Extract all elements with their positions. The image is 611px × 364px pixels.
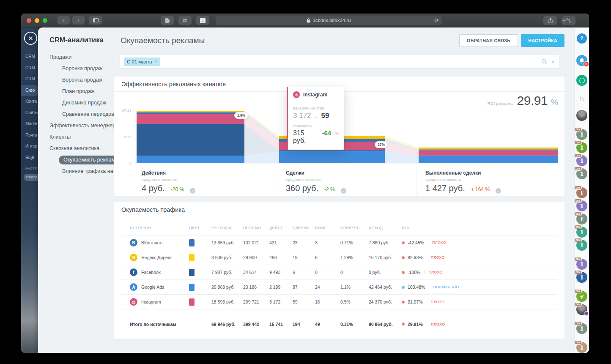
address-bar[interactable]: 1cbitrix.bitrix24.ru ⟳ (216, 16, 442, 25)
table-row-google-ads[interactable]: AGoogle Ads20 868 руб.23 1862 18987241.1… (121, 279, 558, 294)
lock-icon (307, 18, 310, 23)
avatar-glyph: 1 (580, 326, 584, 332)
chat-avatar-7[interactable]: fCRM (576, 213, 587, 224)
notifications-button[interactable]: 8 (576, 55, 587, 66)
column-header-6[interactable]: ВЫИГ... (315, 226, 340, 230)
chat-avatar-14[interactable]: 1CRM (576, 323, 587, 334)
chat-avatar-4[interactable]: 1CRM (576, 168, 587, 179)
sidebar-item-клиенты[interactable]: Клиенты (49, 131, 114, 143)
telegram-chat-avatar[interactable]: ➤CRM (576, 291, 587, 302)
sidebar-item-эффективность-менеджер-[interactable]: Эффективность менеджер... (49, 120, 114, 131)
column-header-5[interactable]: СДЕЛКИ (293, 226, 315, 230)
column-header-1[interactable]: ЦВЕТ (189, 226, 211, 230)
chat-avatar-3[interactable]: 1CRM (576, 155, 587, 166)
date-filter-chip[interactable]: С 01 марта × (124, 57, 160, 66)
chat-avatar-15[interactable]: 1CRM (576, 342, 587, 353)
funnel-segment-google-ads[interactable] (137, 156, 244, 163)
filter-bar[interactable]: С 01 марта × × (120, 55, 559, 68)
pocket-extension-button[interactable]: ⌄ (196, 16, 209, 25)
chat-avatar-9[interactable]: 1CRM (576, 240, 587, 251)
chat-avatar-10[interactable]: 1CRM (576, 259, 587, 270)
invite-button[interactable]: ПРИГЛ (24, 174, 38, 181)
funnel-segment-google-ads[interactable] (419, 156, 558, 163)
column-header-4[interactable]: ДЕЙСТ... (269, 226, 293, 230)
sidebar-item-сквозная-аналитика[interactable]: Сквозная аналитика (49, 143, 114, 154)
funnel-segment-instagram[interactable] (137, 114, 244, 124)
new-tab-button[interactable]: + (562, 16, 567, 26)
column-header-7[interactable]: КОНВЕРС... (340, 226, 369, 230)
sidebar-item-воронка-продаж[interactable]: Воронка продаж (49, 74, 114, 86)
chat-avatar-11[interactable]: 1CRM (576, 272, 587, 283)
main-nav-item-4[interactable]: Конта (21, 96, 38, 107)
table-row-вконтакте[interactable]: ВВКонтакте13 659 руб.102 0214212330.71%7… (121, 235, 558, 250)
funnel-segment-вконтакте[interactable] (137, 112, 244, 114)
funnel-segment-instagram[interactable] (419, 151, 558, 156)
main-nav-item-2[interactable]: CRM (21, 74, 38, 85)
sidebar-toggle-button[interactable] (89, 16, 102, 25)
main-nav-item-1[interactable]: CRM (21, 63, 38, 74)
roi-value: 82.93% (408, 255, 423, 260)
main-nav-item-3[interactable]: Скво (21, 85, 38, 96)
help-button[interactable]: ? (577, 33, 587, 44)
source-name: Яндекс.Директ (141, 255, 172, 260)
user-avatar[interactable]: CRM (576, 304, 587, 315)
sidebar-item-план-продаж[interactable]: План продаж (49, 86, 114, 97)
column-header-2[interactable]: РАСХОДЫ (211, 226, 243, 230)
avatar-glyph: f (581, 190, 583, 196)
funnel-segment-facebook[interactable] (279, 150, 385, 151)
info-icon[interactable]: ? (190, 188, 195, 194)
chat-avatar-6[interactable]: 1CRM (576, 200, 587, 211)
main-nav-item-5[interactable]: Сайты (21, 107, 38, 119)
chip-remove-icon[interactable]: × (155, 59, 157, 64)
chat-avatar-2[interactable]: 1CRM (576, 142, 587, 153)
table-row-facebook[interactable]: fFacebook7 987 руб.34 6149 4936000 руб.-… (121, 265, 558, 279)
forward-button[interactable]: › (72, 16, 85, 25)
chat-avatar-8[interactable]: 1CRM (576, 227, 587, 238)
column-header-3[interactable]: ПРОСМО... (243, 226, 269, 230)
user-avatar[interactable] (576, 110, 587, 121)
search-icon[interactable] (541, 59, 547, 65)
sidebar-item-динамика-продаж[interactable]: Динамика продаж (49, 97, 114, 109)
zoom-window-button[interactable] (43, 18, 47, 23)
close-slider-button[interactable]: ✕ (24, 32, 37, 45)
close-window-button[interactable] (27, 18, 31, 23)
share-button[interactable] (543, 16, 557, 25)
main-nav-item-7[interactable]: Почта (21, 130, 38, 141)
feedback-button[interactable]: ОБРАТНАЯ СВЯЗЬ (459, 34, 518, 47)
funnel-segment-яндекс-директ[interactable] (137, 111, 244, 112)
funnel-segment-facebook[interactable] (137, 124, 244, 156)
reload-icon[interactable]: ⟳ (434, 17, 439, 24)
sidebar-item-продажи[interactable]: Продажи (49, 52, 114, 63)
minimize-window-button[interactable] (35, 18, 39, 23)
funnel-segment-яндекс-директ[interactable] (419, 148, 558, 150)
chat-avatar-1[interactable]: 1CRM (576, 129, 587, 140)
main-nav-item-0[interactable]: CRM (21, 51, 38, 63)
settings-button[interactable]: НАСТРОЙКА (521, 34, 564, 47)
chat-avatar-5[interactable]: fCRM (576, 187, 587, 198)
main-nav-settings[interactable]: НАСТР (21, 167, 38, 170)
table-row-instagram[interactable]: ◎Instagram18 593 руб.209 7213 17259160.5… (121, 294, 558, 309)
tab-switch-extension-button[interactable]: ⇄ (178, 16, 192, 25)
table-row-яндекс-директ[interactable]: ЯЯндекс.Директ8 839 руб.29 9004661961.29… (121, 250, 558, 265)
main-nav-item-6[interactable]: Marke (21, 118, 38, 130)
column-header-8[interactable]: ДОХОД (369, 226, 402, 230)
info-icon[interactable]: ? (341, 188, 346, 194)
openlines-button[interactable] (576, 75, 587, 86)
funnel-segment-вконтакте[interactable] (419, 150, 558, 151)
main-nav-item-8[interactable]: Интер (21, 141, 38, 152)
column-header-9[interactable]: ROI (402, 226, 558, 230)
rail-search-icon[interactable] (579, 96, 585, 101)
clear-filter-icon[interactable]: × (551, 58, 555, 65)
info-icon[interactable]: ? (496, 188, 501, 194)
back-button[interactable]: ‹ (58, 16, 70, 25)
column-header-0[interactable]: ИСТОЧНИК (130, 226, 189, 230)
sidebar-item-воронка-продаж[interactable]: Воронка продаж (49, 63, 114, 74)
sidebar-item-влияние-трафика-на-пр-[interactable]: Влияние трафика на пр... (49, 166, 114, 177)
sidebar-item-сравнение-периодов[interactable]: Сравнение периодов (49, 109, 114, 120)
evernote-extension-button[interactable] (161, 16, 174, 25)
cell-2: 466 (269, 255, 293, 260)
cell-3: 6 (293, 270, 315, 275)
main-nav-item-9[interactable]: Ещё (21, 152, 38, 164)
funnel-segment-google-ads[interactable] (279, 151, 385, 163)
total-cell-6: 90 864 руб. (369, 322, 402, 327)
